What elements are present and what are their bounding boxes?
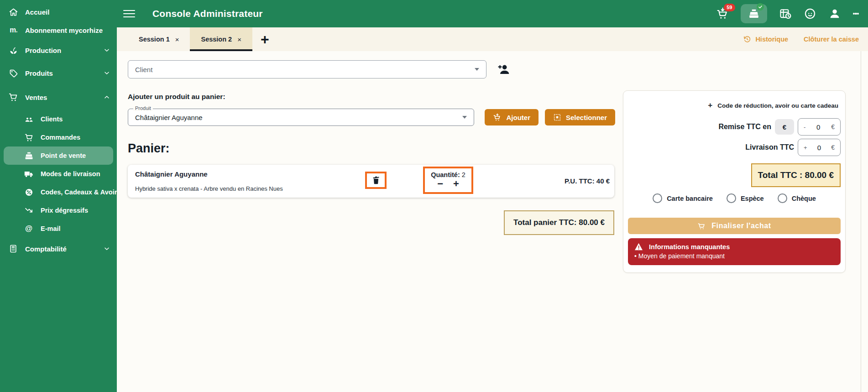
payment-label: Chèque	[792, 195, 816, 202]
support-button[interactable]	[804, 7, 816, 20]
sidebar-item-label: Commandes	[41, 134, 80, 141]
calculator-icon	[8, 244, 18, 254]
svg-text:@: @	[25, 224, 32, 232]
radio-icon[interactable]	[727, 193, 736, 203]
session-tabbar: Session 1 × Session 2 × + Historique Clô…	[117, 27, 868, 51]
at-icon: @	[24, 224, 34, 234]
home-icon	[8, 7, 18, 17]
chevron-down-icon	[103, 245, 110, 252]
missing-info-alert: Informations manquantes • Moyen de paiem…	[628, 238, 841, 265]
unit-price: P.U. TTC: 40 €	[565, 177, 610, 185]
cart-total-box: Total panier TTC: 80.00 €	[504, 210, 614, 235]
chevron-down-icon	[475, 68, 479, 71]
quantity-label: Quantité:	[431, 171, 460, 178]
history-link[interactable]: Historique	[743, 35, 788, 43]
finalize-button-label: Finaliser l'achat	[711, 222, 771, 230]
tab-session-1[interactable]: Session 1 ×	[128, 27, 190, 51]
cart-heading: Panier:	[128, 141, 615, 156]
radio-icon[interactable]	[653, 193, 662, 203]
sidebar-item-label: E-mail	[41, 225, 61, 232]
sidebar-item-email[interactable]: @ E-mail	[0, 220, 117, 238]
person-icon	[828, 7, 841, 20]
tag-icon	[8, 68, 18, 78]
sidebar-item-label: Comptabilité	[25, 245, 67, 253]
close-icon[interactable]: ×	[237, 36, 241, 43]
chevron-down-icon	[103, 47, 110, 54]
add-product-heading: Ajouter un produit au panier:	[128, 93, 615, 101]
discount-unit-toggle[interactable]: €	[775, 119, 794, 135]
plus-icon: +	[708, 101, 712, 110]
discount-code-link[interactable]: + Code de réduction, avoir ou carte cade…	[628, 101, 841, 110]
sidebar: Accueil m Abonnement mycorhize Productio…	[0, 0, 117, 392]
product-select-label: Produit	[133, 105, 153, 111]
more-menu-button[interactable]	[853, 11, 859, 16]
register-actions: Historique Clôturer la caisse	[743, 27, 868, 51]
error-title: Informations manquantes	[649, 243, 730, 251]
truck-icon	[24, 169, 34, 179]
select-button-label: Selectionner	[566, 114, 607, 121]
payment-option-carte-bancaire[interactable]: Carte bancaire	[653, 193, 713, 203]
sidebar-item-prix-degressifs[interactable]: Prix dégressifs	[0, 201, 117, 220]
register-session-button[interactable]	[741, 4, 767, 23]
warning-icon	[634, 243, 643, 251]
sidebar-item-label: Ventes	[25, 94, 47, 101]
cart-icon	[697, 222, 706, 230]
add-session-button[interactable]: +	[252, 27, 277, 51]
menu-icon[interactable]	[123, 6, 135, 21]
grid-select-icon	[553, 113, 561, 121]
chevron-down-icon	[462, 116, 467, 119]
people-icon	[24, 114, 34, 124]
close-register-link[interactable]: Clôturer la caisse	[804, 36, 859, 43]
sidebar-item-point-de-vente[interactable]: Point de vente	[4, 146, 113, 165]
chevron-up-icon	[103, 94, 110, 101]
sidebar-item-modes-de-livraison[interactable]: Modes de livraison	[0, 165, 117, 183]
face-icon	[804, 7, 816, 20]
topbar-icons: 59	[716, 4, 859, 23]
sidebar-item-abonnement[interactable]: m Abonnement mycorhize	[0, 21, 117, 39]
calendar-clock-icon	[779, 7, 792, 20]
client-select[interactable]: Client	[128, 60, 486, 78]
add-to-cart-button[interactable]: Ajouter	[485, 109, 539, 125]
decrease-quantity-button[interactable]: −	[437, 178, 443, 189]
sidebar-item-production[interactable]: Production	[0, 41, 117, 59]
cart-item-row: Châtaignier Aguyanne Hybride sativa x cr…	[128, 165, 614, 198]
product-select[interactable]: Produit Châtaignier Aguyanne	[128, 109, 474, 126]
euro-symbol: €	[831, 123, 835, 131]
plus-sign: +	[804, 144, 807, 151]
account-button[interactable]	[828, 7, 841, 20]
sidebar-item-clients[interactable]: Clients	[0, 110, 117, 128]
check-badge-icon	[757, 3, 764, 10]
delete-item-button[interactable]	[365, 172, 387, 189]
tab-label: Session 2	[201, 36, 232, 43]
close-register-label: Clôturer la caisse	[804, 36, 859, 43]
sidebar-item-produits[interactable]: Produits	[0, 64, 117, 82]
order-column: Client Ajouter un produit au panier: Pro…	[128, 60, 615, 235]
finalize-purchase-button[interactable]: Finaliser l'achat	[628, 218, 841, 234]
shipping-input[interactable]: + 0 €	[798, 139, 841, 156]
payment-option-espece[interactable]: Espèce	[727, 193, 764, 203]
main-area: Console Administrateur 59	[117, 0, 868, 392]
sidebar-item-label: Point de vente	[41, 152, 86, 159]
scrollbar[interactable]	[861, 51, 861, 392]
tab-session-2[interactable]: Session 2 ×	[190, 27, 252, 51]
shipping-row: Livraison TTC + 0 €	[628, 139, 841, 156]
close-icon[interactable]: ×	[175, 36, 179, 43]
radio-icon[interactable]	[778, 193, 787, 203]
sidebar-item-ventes[interactable]: Ventes	[0, 88, 117, 106]
discount-input[interactable]: - 0 €	[798, 118, 841, 136]
sidebar-item-commandes[interactable]: Commandes	[0, 128, 117, 146]
cart-download-button[interactable]: 59	[716, 7, 729, 20]
client-placeholder: Client	[135, 66, 152, 73]
select-product-button[interactable]: Selectionner	[545, 109, 615, 125]
sidebar-item-codes-cadeaux[interactable]: Codes, Cadeaux & Avoirs	[0, 183, 117, 201]
payment-option-cheque[interactable]: Chèque	[778, 193, 816, 203]
topbar: Console Administrateur 59	[117, 0, 868, 27]
planning-button[interactable]	[779, 7, 792, 20]
add-client-button[interactable]	[496, 62, 511, 77]
increase-quantity-button[interactable]: +	[453, 178, 459, 189]
sidebar-item-comptabilite[interactable]: Comptabilité	[0, 240, 117, 258]
trash-icon	[371, 175, 381, 186]
cart-item-description: Hybride sativa x crenata - Arbre vendu e…	[135, 185, 283, 192]
sidebar-item-accueil[interactable]: Accueil	[0, 3, 117, 21]
quantity-stepper: Quantité: 2 − +	[423, 167, 473, 194]
